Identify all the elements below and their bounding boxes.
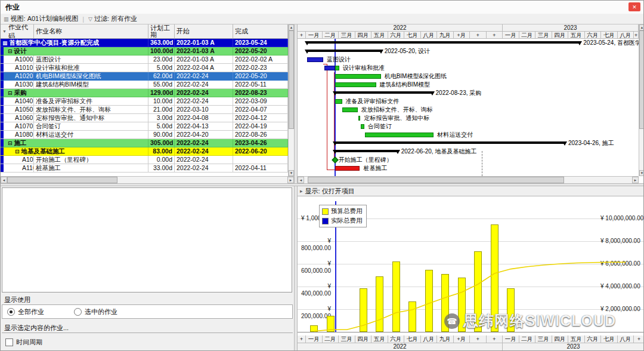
histogram-header[interactable]: ▸ 显示: 仅打开项目 (298, 186, 644, 196)
timescale-month[interactable]: 五月 (568, 32, 585, 39)
timescale-month[interactable]: 一月 (306, 335, 323, 343)
remaining-work-bar[interactable] (361, 124, 364, 129)
timescale-month[interactable]: 三月 (339, 335, 355, 343)
timescale-month[interactable]: 六月 (585, 335, 602, 343)
timescale-month[interactable]: 三月 (535, 32, 552, 39)
timescale-month[interactable]: +月 (454, 32, 470, 39)
remaining-work-bar[interactable] (335, 99, 342, 104)
scroll-up-button[interactable]: ▲ (639, 24, 644, 30)
table-row[interactable]: ⊟地基及基础施工83.00d2022-02-242022-06-20 (1, 147, 288, 156)
timescale-zoom-button[interactable]: + (634, 335, 644, 343)
timescale-month[interactable]: 二月 (519, 335, 536, 343)
radio-all-activities[interactable] (7, 308, 15, 316)
summary-bar[interactable] (335, 141, 565, 144)
table-row[interactable]: A1080材料运送交付90.00d2022-04-202022-08-26 (1, 131, 288, 139)
timescale-month[interactable]: 二月 (323, 335, 339, 343)
table-row[interactable]: A1020机电BIM模型&深化图纸62.00d2022-02-242022-05… (1, 72, 288, 81)
scroll-left-button[interactable]: ◄ (1, 177, 7, 183)
timescale-month[interactable]: 三月 (339, 32, 355, 39)
scrollbar-thumb[interactable] (308, 177, 564, 183)
remaining-work-bar[interactable] (335, 82, 376, 87)
summary-bar[interactable] (335, 150, 398, 152)
table-vertical-scrollbar[interactable]: ▲ ▼ (288, 24, 294, 176)
table-row[interactable]: A1050发放招标文件、开标、询标21.00d2022-03-102022-04… (1, 106, 288, 114)
timescale-month[interactable]: 六月 (585, 32, 602, 39)
timescale-month[interactable]: 八月 (618, 32, 634, 39)
filter-selector[interactable]: 过滤: 所有作业 (94, 14, 137, 23)
timescale-month[interactable]: 五月 (568, 335, 585, 343)
scrollbar-thumb[interactable] (7, 177, 117, 183)
scroll-down-button[interactable]: ▼ (639, 170, 644, 176)
collapse-icon[interactable]: ⊟ (15, 149, 20, 155)
gantt-vertical-scrollbar[interactable]: ▲ ▼ (639, 24, 644, 176)
table-row[interactable]: A1060定标报告审批、通知中标3.00d2022-04-082022-04-1… (1, 114, 288, 122)
collapse-icon[interactable]: ⊟ (8, 90, 13, 96)
timescale-month[interactable]: 三月 (535, 335, 552, 343)
collapse-icon[interactable]: ⊟ (8, 48, 13, 54)
table-row[interactable]: A1040准备及评审招标文件10.00d2022-02-242022-03-09 (1, 97, 288, 106)
scrollbar-thumb[interactable] (289, 30, 294, 129)
radio-selected-activities[interactable] (74, 308, 82, 316)
time-period-label[interactable]: 时间周期 (16, 338, 42, 347)
timescale-month[interactable]: 九月 (437, 335, 454, 343)
summary-bar[interactable] (335, 91, 432, 94)
timescale-month[interactable]: 八月 (421, 32, 438, 39)
scrollbar-track[interactable] (304, 177, 632, 183)
timescale-year[interactable]: 2022 (298, 343, 503, 351)
summary-bar[interactable] (307, 41, 580, 44)
gantt-horizontal-scrollbar[interactable]: ◄ ► (298, 176, 639, 183)
milestone-diamond[interactable] (332, 156, 338, 163)
table-row[interactable]: ⊟设计100.00d2022-01-03 A2022-05-20 (1, 47, 288, 56)
timescale-month[interactable]: 一月 (503, 32, 519, 39)
timescale-month[interactable]: 四月 (355, 335, 372, 343)
table-row[interactable]: A1010设计审核和批准5.00d2022-02-04 A2022-02-23 (1, 64, 288, 72)
timescale-month[interactable]: + (487, 32, 503, 39)
scroll-up-button[interactable]: ▲ (289, 24, 294, 30)
timescale-zoom-button[interactable]: + (634, 32, 639, 39)
scroll-right-button[interactable]: ► (287, 177, 294, 183)
remaining-work-bar[interactable] (342, 107, 357, 112)
collapse-icon[interactable]: ⊟ (8, 140, 13, 146)
timescale-month[interactable]: 四月 (552, 335, 569, 343)
timescale-month[interactable]: 九月 (437, 32, 454, 39)
timescale-month[interactable]: 二月 (323, 32, 339, 39)
timescale-month[interactable]: 七月 (601, 335, 618, 343)
scrollbar-track[interactable] (7, 177, 287, 183)
summary-bar[interactable] (307, 50, 381, 52)
timescale-month[interactable]: 八月 (421, 335, 438, 343)
timescale-year[interactable]: 2023 (503, 24, 639, 32)
scroll-right-button[interactable]: ► (632, 177, 639, 183)
timescale-month[interactable]: 四月 (552, 32, 569, 39)
timescale-month[interactable]: 七月 (601, 32, 618, 39)
timescale-month[interactable]: 七月 (404, 32, 421, 39)
column-header-start[interactable]: 开始 (175, 24, 233, 38)
timescale-year[interactable]: 2022 (298, 24, 503, 32)
timescale-zoom-button[interactable]: + (298, 335, 306, 343)
remaining-work-bar[interactable] (365, 133, 434, 137)
timescale-month[interactable]: 四月 (355, 32, 372, 39)
timescale-month[interactable]: 二月 (519, 32, 536, 39)
column-header-activity-name[interactable]: 作业名称 (34, 24, 148, 38)
timescale-zoom-button[interactable]: + (298, 32, 306, 39)
actual-work-bar[interactable] (307, 57, 323, 62)
timescale-month[interactable]: 一月 (503, 335, 519, 343)
column-header-finish[interactable]: 完成 (233, 24, 288, 38)
time-period-checkbox[interactable] (5, 338, 13, 346)
scrollbar-thumb[interactable] (639, 30, 644, 129)
column-header-duration[interactable]: 计划工期 (148, 24, 175, 38)
timescale-month[interactable]: +月 (454, 335, 470, 343)
timescale-month[interactable]: 七月 (404, 335, 421, 343)
timescale-month[interactable]: 八月 (618, 335, 634, 343)
timescale-month[interactable]: 五月 (371, 335, 388, 343)
table-row[interactable]: ⊟采购129.00d2022-02-242022-08-23 (1, 89, 288, 97)
timescale-month[interactable]: + (470, 32, 487, 39)
table-row[interactable]: ▦首都医学中心项目-资源分配完成363.00d2022-01-03 A2023-… (1, 39, 288, 47)
table-horizontal-scrollbar[interactable]: ◄ ► (1, 176, 294, 183)
timescale-month[interactable]: + (487, 335, 503, 343)
column-header-activity-id[interactable]: ▼ 作业代码 (1, 24, 34, 38)
radio-all-activities-label[interactable]: 全部作业 (18, 307, 44, 316)
close-button[interactable]: ✕ (628, 2, 640, 11)
timescale-month[interactable]: + (470, 335, 487, 343)
scroll-down-button[interactable]: ▼ (289, 170, 294, 176)
expander-icon[interactable]: ▸ (300, 188, 303, 194)
